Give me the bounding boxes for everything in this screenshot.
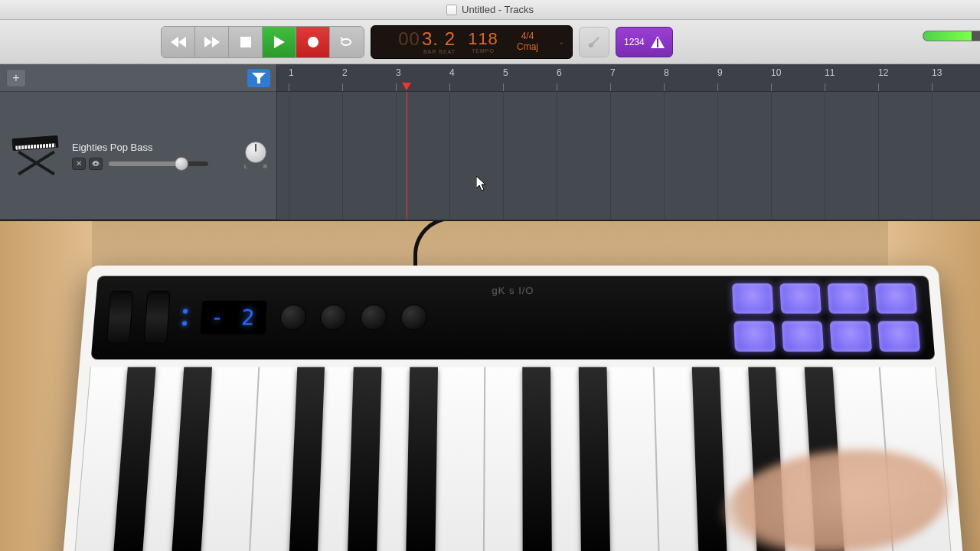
track-header-bar: + xyxy=(0,64,276,92)
ruler-bar-number: 7 xyxy=(610,67,616,78)
svg-marker-5 xyxy=(274,36,285,48)
octave-display: - 2 xyxy=(200,301,266,334)
ruler-bar-number: 11 xyxy=(825,67,835,78)
lcd-display[interactable]: 00 3. 2 BAR BEAT 118 TEMPO 4/4 Cmaj ⌄ xyxy=(371,25,573,59)
ruler-bar-number: 5 xyxy=(503,67,508,78)
mouse-cursor-icon xyxy=(476,176,488,191)
svg-marker-8 xyxy=(252,73,266,83)
svg-marker-1 xyxy=(178,37,186,47)
add-track-button[interactable]: + xyxy=(6,69,26,87)
svg-marker-0 xyxy=(171,37,178,47)
play-button[interactable] xyxy=(263,27,296,57)
desk-photo: gK s I/O - 2 xyxy=(0,221,980,551)
toolbar: 00 3. 2 BAR BEAT 118 TEMPO 4/4 Cmaj ⌄ 12… xyxy=(0,20,980,64)
playhead-line xyxy=(407,92,407,220)
record-button[interactable] xyxy=(296,27,330,57)
window-title: Untitled - Tracks xyxy=(462,4,534,15)
led-indicator xyxy=(182,321,187,326)
count-in-label: 1234 xyxy=(624,37,645,47)
keyboard-brand: gK s I/O xyxy=(492,285,534,296)
rewind-button[interactable] xyxy=(162,27,195,57)
ruler-bar-number: 8 xyxy=(664,67,669,78)
lcd-time-signature: 4/4 xyxy=(521,31,534,41)
forward-button[interactable] xyxy=(195,27,229,57)
arrange-area[interactable] xyxy=(277,92,980,220)
ruler-bar-number: 10 xyxy=(771,67,781,78)
lcd-position-label: BAR BEAT xyxy=(423,49,456,54)
drum-pads xyxy=(732,283,920,351)
volume-slider[interactable] xyxy=(109,161,208,166)
lcd-tempo: 118 xyxy=(468,31,498,47)
tracks-area: + Eighties Pop Bass ✕ xyxy=(0,64,980,221)
solo-button[interactable] xyxy=(89,158,103,170)
lcd-tempo-label: TEMPO xyxy=(472,48,495,54)
led-indicator xyxy=(183,309,188,314)
instrument-icon xyxy=(9,132,63,178)
encoder-knob xyxy=(279,305,307,331)
count-in-button[interactable]: 1234 xyxy=(616,27,673,57)
timeline[interactable]: 12345678910111213 xyxy=(277,64,980,220)
ruler-bar-number: 9 xyxy=(717,67,723,78)
master-volume-meter xyxy=(923,31,980,41)
ruler-bar-number: 12 xyxy=(878,67,888,78)
encoder-knob xyxy=(400,305,427,331)
ruler-bar-number: 1 xyxy=(289,67,294,78)
usb-cable xyxy=(413,221,482,270)
encoder-knob xyxy=(320,305,348,331)
pitch-wheel xyxy=(106,291,134,344)
track-name: Eighties Pop Bass xyxy=(72,142,235,153)
ruler-bar-number: 13 xyxy=(932,67,942,78)
svg-marker-3 xyxy=(212,37,220,47)
metronome-icon xyxy=(651,36,665,48)
encoder-knob xyxy=(360,305,387,331)
pan-left-label: L xyxy=(244,164,247,169)
lcd-dropdown-icon[interactable]: ⌄ xyxy=(558,37,564,46)
lcd-key: Cmaj xyxy=(517,41,538,52)
stop-button[interactable] xyxy=(229,27,263,57)
ruler-bar-number: 2 xyxy=(342,67,348,78)
svg-rect-4 xyxy=(240,37,251,47)
svg-marker-9 xyxy=(476,176,485,191)
playhead-marker[interactable] xyxy=(402,83,411,90)
tuner-button[interactable] xyxy=(579,27,609,57)
lcd-position-pad: 00 xyxy=(398,30,420,48)
svg-point-6 xyxy=(308,37,318,47)
svg-marker-2 xyxy=(204,37,212,47)
track-header-column: + Eighties Pop Bass ✕ xyxy=(0,64,277,220)
track-filter-button[interactable] xyxy=(247,69,270,87)
mute-button[interactable]: ✕ xyxy=(72,158,86,170)
mod-wheel xyxy=(143,291,170,344)
document-icon xyxy=(446,5,457,15)
window-titlebar: Untitled - Tracks xyxy=(0,0,980,20)
transport-controls xyxy=(161,26,364,58)
ruler[interactable]: 12345678910111213 xyxy=(277,64,980,92)
ruler-bar-number: 3 xyxy=(396,67,401,78)
track-row[interactable]: Eighties Pop Bass ✕ L xyxy=(0,92,276,220)
cycle-button[interactable] xyxy=(330,27,364,57)
volume-thumb[interactable] xyxy=(175,157,188,171)
pan-knob[interactable] xyxy=(245,142,266,163)
lcd-position: 3. 2 xyxy=(422,30,456,48)
pan-right-label: R xyxy=(263,164,267,169)
ruler-bar-number: 6 xyxy=(557,67,562,78)
ruler-bar-number: 4 xyxy=(449,67,455,78)
